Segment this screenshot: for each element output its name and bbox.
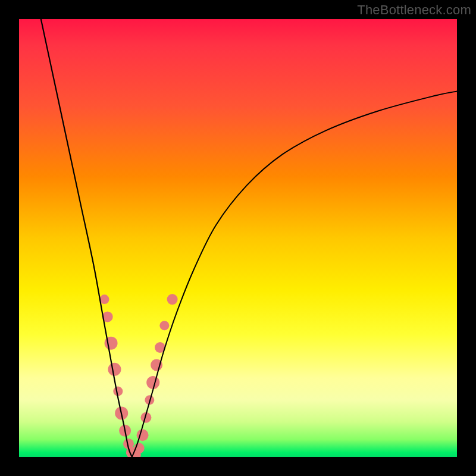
- markers: [100, 294, 178, 457]
- marker-point: [159, 321, 169, 330]
- watermark-text: TheBottleneck.com: [357, 2, 471, 18]
- plot-area: [19, 19, 457, 457]
- marker-point: [167, 294, 178, 305]
- chart-svg: [19, 19, 457, 457]
- marker-point: [146, 376, 159, 389]
- chart-frame: TheBottleneck.com: [0, 0, 476, 476]
- right-branch-curve: [132, 91, 457, 457]
- marker-point: [108, 363, 121, 376]
